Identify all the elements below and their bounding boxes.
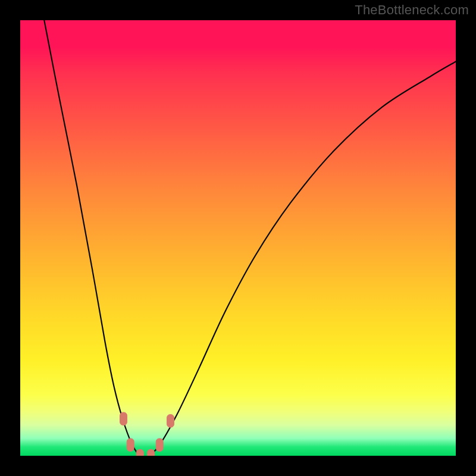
curve-marker — [167, 415, 174, 428]
plot-area — [20, 20, 456, 456]
curve-marker — [148, 449, 155, 456]
curve-marker — [120, 412, 127, 425]
curve-marker — [136, 449, 143, 456]
curve-marker — [156, 439, 163, 452]
curve-layer — [20, 20, 456, 456]
curve-marker — [127, 439, 134, 452]
bottleneck-curve — [44, 20, 456, 456]
watermark-text: TheBottleneck.com — [355, 2, 469, 18]
chart-container: TheBottleneck.com — [0, 0, 476, 476]
